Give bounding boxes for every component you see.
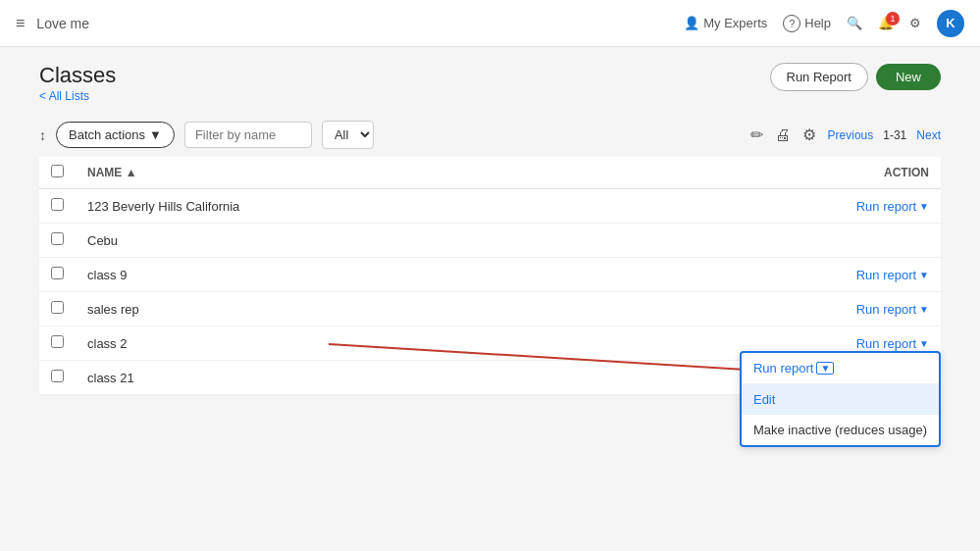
run-report-link[interactable]: Run report ▼ [856, 199, 929, 214]
table-row: Cebu [39, 224, 941, 258]
run-report-link[interactable]: Run report ▼ [856, 302, 929, 317]
row-action-cell: Run report ▼ [784, 258, 941, 292]
main-content: Classes < All Lists Run Report New ↕ Bat… [0, 47, 980, 395]
page-header-left: Classes < All Lists [39, 63, 116, 103]
row-checkbox-cell [39, 292, 76, 326]
row-action-dropdown-menu: Run report ▼ Edit Make inactive (reduces… [740, 351, 941, 447]
dropdown-make-inactive-item[interactable]: Make inactive (reduces usage) [742, 415, 939, 445]
row-action-cell: Run report ▼ [784, 189, 941, 224]
notification-badge: 1 [886, 12, 900, 25]
topnav-left: ≡ Love me [16, 15, 89, 32]
batch-actions-caret-icon: ▼ [149, 127, 162, 142]
dropdown-header: Run report ▼ [742, 353, 939, 384]
run-report-link[interactable]: Run report ▼ [856, 268, 929, 282]
toolbar: ↕ Batch actions ▼ All ✏ 🖨 ⚙ Previous 1-3… [0, 113, 980, 157]
toolbar-right: ✏ 🖨 ⚙ Previous 1-31 Next [750, 125, 941, 144]
row-checkbox[interactable] [51, 370, 64, 382]
help-nav[interactable]: ? Help [783, 15, 831, 32]
table-row: sales rep Run report ▼ [39, 292, 941, 326]
edit-icon[interactable]: ✏ [750, 125, 763, 144]
page-header: Classes < All Lists Run Report New [0, 47, 980, 113]
pagination-next[interactable]: Next [916, 128, 941, 142]
page-header-right: Run Report New [770, 63, 942, 91]
dropdown-edit-item[interactable]: Edit [742, 384, 939, 415]
dropdown-caret-box-icon: ▼ [816, 362, 834, 375]
batch-actions-label: Batch actions [69, 127, 145, 142]
pagination: Previous 1-31 Next [828, 128, 941, 142]
select-all-checkbox[interactable] [51, 165, 64, 177]
help-circle-icon: ? [783, 15, 800, 32]
hamburger-icon[interactable]: ≡ [16, 15, 25, 32]
app-name: Love me [36, 16, 89, 31]
search-icon: 🔍 [847, 16, 862, 30]
dropdown-run-report-label: Run report [753, 361, 813, 376]
row-name-cell: Cebu [76, 224, 784, 258]
pagination-range: 1-31 [883, 128, 906, 142]
row-name-cell: 123 Beverly Hills California [76, 189, 784, 224]
row-checkbox-cell [39, 361, 76, 395]
row-name-cell: class 2 [76, 326, 784, 361]
dropdown-run-report-link[interactable]: Run report ▼ [753, 361, 834, 376]
action-column-header: ACTION [784, 157, 941, 189]
table-row: class 9 Run report ▼ [39, 258, 941, 292]
row-checkbox[interactable] [51, 267, 64, 279]
row-checkbox-cell [39, 224, 76, 258]
run-report-caret-icon: ▼ [919, 338, 929, 349]
filter-select[interactable]: All [322, 121, 374, 149]
table-row: 123 Beverly Hills California Run report … [39, 189, 941, 224]
run-report-caret-icon: ▼ [919, 270, 929, 280]
row-action-cell [784, 224, 941, 258]
settings-nav[interactable]: ⚙ [909, 16, 921, 30]
row-checkbox-cell [39, 189, 76, 224]
new-button[interactable]: New [876, 64, 941, 90]
run-report-caret-icon: ▼ [919, 201, 929, 212]
name-column-header[interactable]: NAME ▲ [76, 157, 784, 189]
row-checkbox[interactable] [51, 301, 64, 314]
settings-icon[interactable]: ⚙ [802, 125, 816, 144]
run-report-caret-icon: ▼ [919, 304, 929, 315]
table-header-row: NAME ▲ ACTION [39, 157, 941, 189]
search-nav[interactable]: 🔍 [847, 16, 862, 30]
row-name-cell: class 9 [76, 258, 784, 292]
top-navigation: ≡ Love me 👤 My Experts ? Help 🔍 🔔 1 ⚙ K [0, 0, 980, 47]
help-label: Help [804, 16, 831, 30]
breadcrumb-link[interactable]: < All Lists [39, 89, 89, 103]
batch-actions-button[interactable]: Batch actions ▼ [56, 122, 175, 148]
row-checkbox[interactable] [51, 198, 64, 211]
row-checkbox-cell [39, 326, 76, 361]
row-action-cell: Run report ▼ [784, 292, 941, 326]
person-icon: 👤 [684, 16, 699, 30]
row-checkbox[interactable] [51, 335, 64, 348]
run-report-button[interactable]: Run Report [770, 63, 868, 91]
run-report-link[interactable]: Run report ▼ [856, 336, 929, 351]
row-name-cell: class 21 [76, 361, 784, 395]
filter-by-name-input[interactable] [184, 122, 312, 148]
pagination-previous[interactable]: Previous [828, 128, 874, 142]
avatar[interactable]: K [937, 10, 964, 37]
notification-nav[interactable]: 🔔 1 [878, 16, 894, 30]
sort-icon: ↕ [39, 127, 46, 143]
row-checkbox[interactable] [51, 232, 64, 245]
select-all-header [39, 157, 76, 189]
gear-icon: ⚙ [909, 16, 921, 30]
printer-icon[interactable]: 🖨 [775, 126, 791, 144]
topnav-right: 👤 My Experts ? Help 🔍 🔔 1 ⚙ K [684, 10, 964, 37]
row-checkbox-cell [39, 258, 76, 292]
page-title: Classes [39, 63, 116, 88]
my-experts-nav[interactable]: 👤 My Experts [684, 16, 767, 30]
row-name-cell: sales rep [76, 292, 784, 326]
my-experts-label: My Experts [703, 16, 767, 30]
